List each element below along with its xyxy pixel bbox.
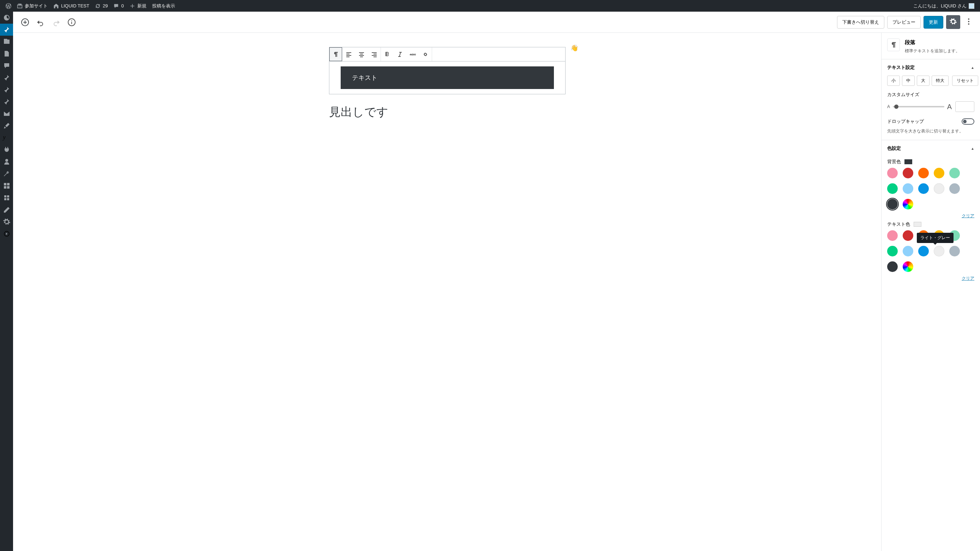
sidebar-dashboard[interactable] (0, 12, 13, 24)
sidebar-custom-5[interactable] (0, 192, 13, 204)
undo-icon (37, 18, 45, 27)
sidebar-custom-6[interactable] (0, 204, 13, 216)
my-sites[interactable]: 参加サイト (14, 0, 51, 12)
new-content[interactable]: 新規 (127, 0, 150, 12)
media-icon (3, 38, 10, 45)
comment-icon (113, 3, 119, 9)
color-swatch[interactable] (887, 261, 898, 272)
pen-icon (3, 206, 10, 213)
color-swatch[interactable] (949, 183, 960, 194)
color-swatch[interactable] (949, 246, 960, 256)
color-swatch[interactable]: ライト・グレー (934, 246, 944, 256)
bg-clear-link[interactable]: クリア (887, 213, 974, 219)
site-name[interactable]: LIQUID TEST (51, 0, 92, 12)
strikethrough-button[interactable]: ABC (406, 47, 419, 61)
paragraph-block[interactable]: ABC テキスト (329, 47, 566, 94)
sidebar-posts[interactable] (0, 24, 13, 36)
sidebar-pages[interactable] (0, 48, 13, 60)
info-icon (67, 18, 76, 27)
align-right-button[interactable] (368, 47, 380, 61)
sidebar-yoast[interactable]: y (0, 132, 13, 144)
color-swatch[interactable] (903, 199, 913, 209)
text-settings-toggle[interactable]: テキスト設定 ▲ (881, 59, 980, 76)
info-button[interactable] (65, 16, 78, 29)
align-left-button[interactable] (342, 47, 355, 61)
sidebar-settings[interactable] (0, 216, 13, 228)
sidebar-mail[interactable] (0, 108, 13, 120)
admin-sidebar: y (0, 12, 13, 551)
sidebar-users[interactable] (0, 156, 13, 168)
sidebar-appearance[interactable] (0, 120, 13, 132)
preview-button[interactable]: プレビュー (887, 16, 921, 29)
color-swatch[interactable] (934, 183, 944, 194)
comments-count: 0 (121, 3, 124, 8)
size-preset-button[interactable]: 大 (917, 76, 929, 86)
sidebar-custom-2[interactable] (0, 84, 13, 96)
add-block-button[interactable] (19, 16, 32, 29)
undo-button[interactable] (34, 16, 47, 29)
redo-button[interactable] (50, 16, 62, 29)
link-button[interactable] (419, 47, 432, 61)
color-swatch[interactable] (887, 230, 898, 241)
comments[interactable]: 0 (110, 0, 126, 12)
color-swatch[interactable] (887, 183, 898, 194)
switch-to-draft-button[interactable]: 下書きへ切り替え (837, 16, 885, 29)
dashboard-icon (3, 14, 10, 21)
view-post[interactable]: 投稿を表示 (150, 0, 178, 12)
color-swatch[interactable] (903, 168, 913, 178)
dropcap-toggle[interactable] (962, 118, 974, 125)
font-size-slider[interactable] (893, 106, 944, 107)
wp-logo[interactable] (3, 0, 14, 12)
settings-toggle-button[interactable] (946, 15, 960, 29)
size-preset-button[interactable]: 中 (902, 76, 915, 86)
size-preset-button[interactable]: 特大 (932, 76, 948, 86)
color-swatch[interactable] (918, 246, 929, 256)
sidebar-custom-1[interactable] (0, 72, 13, 84)
color-swatch[interactable] (949, 168, 960, 178)
sites-icon (17, 3, 22, 9)
color-settings-toggle[interactable]: 色設定 ▲ (881, 140, 980, 156)
color-swatch[interactable] (903, 230, 913, 241)
color-swatch[interactable] (918, 183, 929, 194)
color-swatch[interactable] (887, 199, 898, 209)
align-center-button[interactable] (355, 47, 368, 61)
align-center-icon (358, 51, 365, 58)
svg-point-7 (968, 23, 969, 25)
sidebar-collapse[interactable] (0, 228, 13, 240)
redo-icon (52, 18, 60, 27)
color-swatch[interactable] (903, 183, 913, 194)
color-swatch[interactable] (934, 168, 944, 178)
update-button[interactable]: 更新 (924, 16, 943, 29)
color-swatch[interactable] (887, 246, 898, 256)
refresh-icon (95, 3, 100, 9)
sidebar-custom-3[interactable] (0, 96, 13, 108)
gear-icon (950, 18, 957, 25)
updates[interactable]: 29 (92, 0, 110, 12)
paragraph-text[interactable]: テキスト (340, 67, 554, 89)
block-type-button[interactable] (329, 47, 342, 61)
italic-button[interactable] (394, 47, 406, 61)
editor-canvas: 👋 (13, 33, 881, 551)
more-options-button[interactable] (963, 16, 974, 29)
svg-point-5 (968, 18, 969, 20)
bold-button[interactable] (381, 47, 394, 61)
sidebar-plugins[interactable] (0, 144, 13, 156)
sidebar-custom-4[interactable] (0, 180, 13, 192)
font-size-input[interactable] (955, 101, 974, 112)
kebab-icon (964, 17, 973, 26)
size-preset-button[interactable]: 小 (887, 76, 900, 86)
sidebar-tools[interactable] (0, 168, 13, 180)
color-swatch[interactable] (918, 168, 929, 178)
color-swatch[interactable] (887, 168, 898, 178)
color-swatch[interactable] (903, 246, 913, 256)
my-account[interactable]: こんにちは、LIQUID さん (910, 0, 977, 12)
text-clear-link[interactable]: クリア (887, 276, 974, 282)
grid-icon (3, 182, 10, 190)
color-settings-section: 色設定 ▲ 背景色 クリア テキスト色 (881, 140, 980, 287)
heading-block[interactable]: 見出しです (329, 104, 566, 120)
view-post-label: 投稿を表示 (152, 3, 175, 9)
color-swatch[interactable] (903, 261, 913, 272)
size-reset-button[interactable]: リセット (952, 76, 978, 86)
sidebar-media[interactable] (0, 36, 13, 48)
sidebar-comments[interactable] (0, 60, 13, 72)
